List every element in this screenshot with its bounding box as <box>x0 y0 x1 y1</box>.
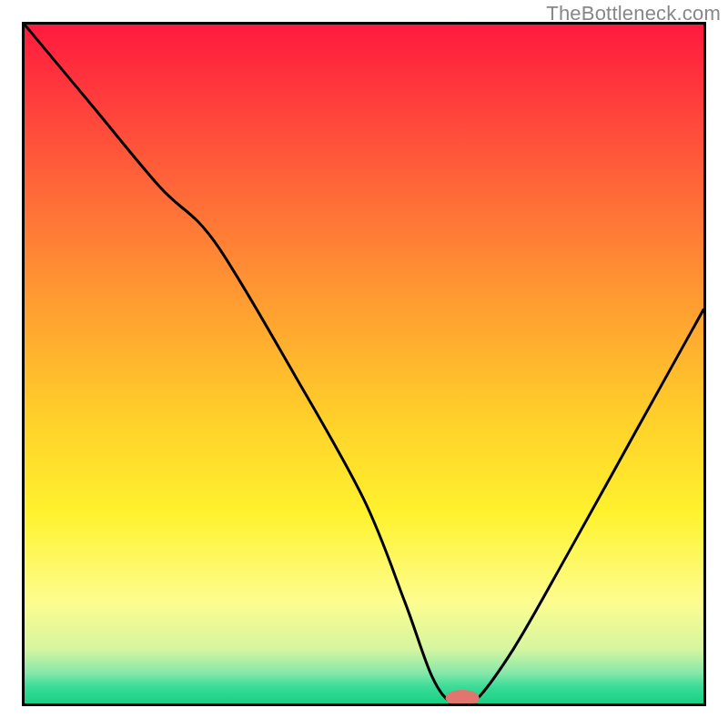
chart-frame <box>22 22 706 706</box>
curve-layer <box>25 25 703 703</box>
minimum-marker-icon <box>446 690 480 703</box>
watermark-text: TheBottleneck.com <box>546 2 721 25</box>
bottleneck-curve <box>25 25 703 703</box>
